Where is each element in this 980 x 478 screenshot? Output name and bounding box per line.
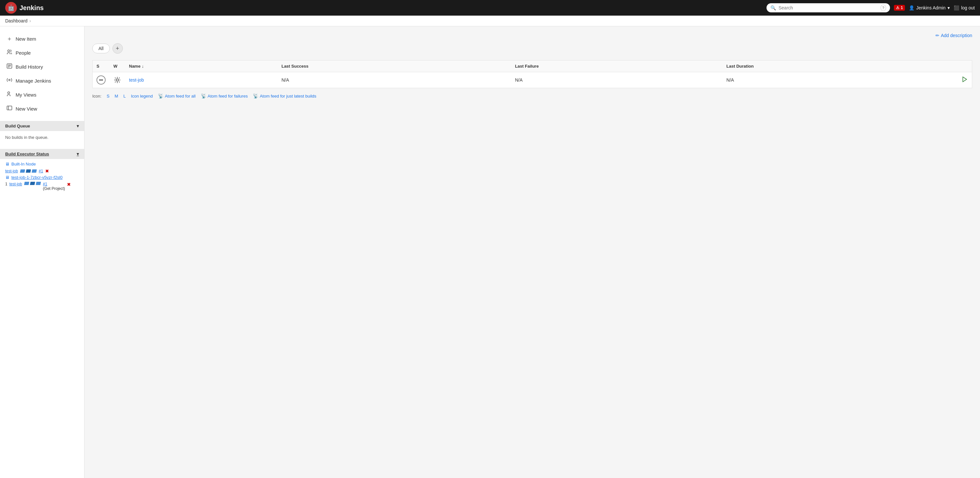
table-footer: Icon: S M L Icon legend 📡 Atom feed for …	[92, 93, 972, 99]
my-views-icon	[6, 91, 12, 99]
logout-label: log out	[961, 5, 975, 10]
warning-icon: ⚠	[896, 6, 899, 10]
sidebar-item-people[interactable]: People	[0, 46, 84, 60]
progress-bar-sub	[24, 182, 41, 185]
svg-point-6	[8, 92, 10, 94]
search-bar: 🔍 ?	[767, 3, 890, 12]
main-content: ✏ Add description All + S W Name ↓ Last …	[84, 26, 980, 478]
jenkins-logo-icon: 🤖	[5, 2, 17, 14]
status-cell	[92, 72, 110, 88]
col-header-name: Name ↓	[125, 61, 277, 72]
atom-feed-failures-label: Atom feed for failures	[208, 94, 248, 99]
notification-badge[interactable]: ⚠ 1	[894, 5, 905, 11]
svg-point-11	[116, 79, 118, 81]
sub-node-label[interactable]: test-job-1-7zbcr-v5vzr-f2sl0	[11, 175, 63, 180]
rss-icon-failures: 📡	[201, 93, 206, 99]
svg-line-16	[115, 78, 116, 78]
sidebar-item-my-views[interactable]: My Views	[0, 88, 84, 102]
run-job-button[interactable]	[961, 76, 968, 84]
executor-build-link-1[interactable]: #1	[39, 169, 43, 173]
delete-icon-1[interactable]: ✖	[45, 169, 49, 174]
sidebar-item-manage-jenkins[interactable]: Manage Jenkins	[0, 74, 84, 88]
main-layout: ＋ New Item People Build History Manage J…	[0, 26, 980, 478]
logout-icon: ⬛	[954, 5, 959, 10]
tab-all[interactable]: All	[92, 43, 110, 53]
monitor-icon-sub: 🖥	[5, 175, 10, 180]
last-duration-cell: N/A	[723, 72, 958, 88]
build-executor-collapse-icon: ▾	[77, 151, 79, 156]
search-input[interactable]	[778, 5, 878, 10]
executor-row-1: test-job #1 ✖	[5, 169, 79, 174]
icon-size-s[interactable]: S	[107, 94, 110, 99]
sidebar-label-build-history: Build History	[16, 64, 43, 70]
icon-size-m[interactable]: M	[115, 94, 118, 99]
svg-point-8	[99, 79, 100, 81]
atom-feed-all-link[interactable]: 📡 Atom feed for all	[158, 93, 196, 99]
tab-add-button[interactable]: +	[113, 43, 123, 54]
sub-number: 1	[5, 182, 8, 186]
col-header-w: W	[110, 61, 125, 72]
sub-job-link[interactable]: test-job	[10, 182, 22, 186]
breadcrumb-dashboard[interactable]: Dashboard	[5, 18, 28, 24]
sidebar-item-new-item[interactable]: ＋ New Item	[0, 32, 84, 46]
sidebar: ＋ New Item People Build History Manage J…	[0, 26, 84, 478]
col-header-last-duration: Last Duration	[723, 61, 958, 72]
col-header-last-failure: Last Failure	[511, 61, 723, 72]
logout-button[interactable]: ⬛ log out	[954, 5, 975, 10]
add-description-label: Add description	[941, 33, 972, 38]
atom-feed-failures-link[interactable]: 📡 Atom feed for failures	[201, 93, 248, 99]
col-header-s: S	[92, 61, 110, 72]
svg-point-0	[8, 50, 10, 52]
icon-legend-link[interactable]: Icon legend	[131, 94, 153, 99]
run-cell	[958, 72, 972, 88]
weather-cell	[110, 72, 125, 88]
build-queue-title: Build Queue	[5, 124, 30, 128]
executor-node: 🖥 Built-In Node test-job #1 ✖ 🖥	[0, 159, 84, 195]
sub-node-link[interactable]: 🖥 test-job-1-7zbcr-v5vzr-f2sl0	[5, 175, 79, 180]
atom-feed-all-label: Atom feed for all	[165, 94, 196, 99]
app-name: Jenkins	[19, 4, 43, 12]
build-queue-empty-message: No builds in the queue.	[5, 135, 48, 140]
breadcrumb-separator: ›	[30, 18, 31, 24]
svg-rect-7	[7, 106, 12, 110]
atom-feed-latest-label: Atom feed for just latest builds	[259, 94, 316, 99]
table-header-row: S W Name ↓ Last Success Last Failure Las…	[92, 61, 972, 72]
weather-icon	[113, 76, 121, 84]
sidebar-label-my-views: My Views	[16, 92, 37, 97]
sort-icon: ↓	[142, 64, 144, 69]
built-in-node-link[interactable]: 🖥 Built-In Node	[5, 162, 79, 166]
monitor-icon: 🖥	[5, 162, 10, 166]
sub-build-desc: (Get Project)	[43, 186, 65, 191]
new-view-icon	[6, 105, 12, 113]
rss-icon-latest: 📡	[253, 93, 258, 99]
progress-bar-1	[20, 169, 37, 173]
build-executor-header[interactable]: Build Executor Status ▾	[0, 149, 84, 159]
icon-size-label: Icon:	[92, 94, 101, 99]
sidebar-label-manage-jenkins: Manage Jenkins	[16, 78, 51, 84]
search-help-button[interactable]: ?	[881, 5, 886, 11]
sub-build-info: #1 (Get Project)	[43, 182, 65, 191]
svg-line-19	[115, 81, 116, 82]
status-icon	[97, 75, 106, 84]
add-description-link[interactable]: ✏ Add description	[92, 33, 972, 38]
jobs-table: S W Name ↓ Last Success Last Failure Las…	[92, 60, 972, 88]
progress-seg	[32, 169, 37, 173]
progress-seg	[30, 182, 35, 185]
atom-feed-latest-link[interactable]: 📡 Atom feed for just latest builds	[253, 93, 316, 99]
sidebar-item-new-view[interactable]: New View	[0, 102, 84, 116]
app-logo[interactable]: 🤖 Jenkins	[5, 2, 43, 14]
sidebar-item-build-history[interactable]: Build History	[0, 60, 84, 74]
build-queue-header[interactable]: Build Queue ▾	[0, 121, 84, 131]
user-menu[interactable]: 👤 Jenkins Admin ▾	[909, 5, 950, 10]
delete-icon-sub[interactable]: ✖	[67, 182, 71, 187]
chevron-down-icon: ▾	[948, 5, 950, 10]
job-name-link[interactable]: test-job	[129, 77, 144, 83]
build-queue-section: Build Queue ▾ No builds in the queue.	[0, 121, 84, 144]
icon-size-l[interactable]: L	[124, 94, 126, 99]
last-failure-cell: N/A	[511, 72, 723, 88]
sub-build-link[interactable]: #1	[43, 182, 47, 186]
executor-job-link-1[interactable]: test-job	[5, 169, 18, 173]
breadcrumb: Dashboard ›	[0, 16, 980, 26]
svg-point-10	[102, 79, 103, 81]
notification-count: 1	[901, 6, 903, 10]
